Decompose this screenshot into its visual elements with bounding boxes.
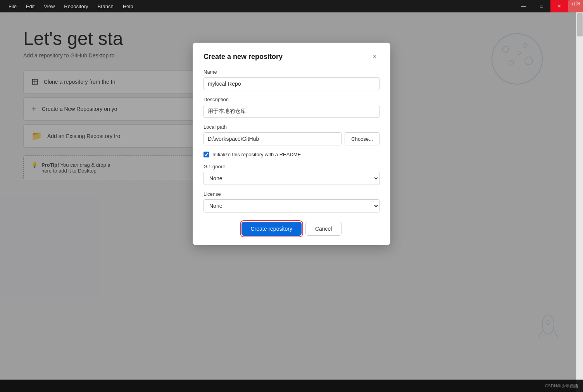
description-input[interactable] [204, 105, 379, 118]
cancel-button[interactable]: Cancel [305, 222, 342, 236]
name-label: Name [204, 69, 379, 75]
dialog-header: Create a new repository × [204, 52, 379, 61]
name-input[interactable] [204, 77, 379, 90]
menu-view[interactable]: View [40, 3, 59, 10]
local-path-label: Local path [204, 124, 379, 130]
create-repository-dialog: Create a new repository × Name Descripti… [193, 43, 390, 245]
dialog-footer: Create repository Cancel [204, 222, 379, 236]
menu-file[interactable]: File [5, 3, 21, 10]
menu-repository[interactable]: Repository [60, 3, 92, 10]
dialog-close-button[interactable]: × [370, 52, 379, 61]
local-path-input[interactable] [204, 132, 342, 145]
title-bar: File Edit View Repository Branch Help — … [0, 0, 583, 12]
readme-label: Initialize this repository with a README [212, 152, 301, 157]
license-select[interactable]: None [204, 199, 379, 212]
scrollbar[interactable] [576, 12, 583, 392]
license-label: License [204, 191, 379, 197]
local-path-field-group: Local path Choose... [204, 124, 379, 145]
extra-badge: 订阅 [568, 0, 583, 12]
description-label: Description [204, 97, 379, 102]
menu-help[interactable]: Help [119, 3, 137, 10]
gitignore-select[interactable]: None [204, 172, 379, 185]
gitignore-label: Git ignore [204, 164, 379, 169]
menu-bar: File Edit View Repository Branch Help [5, 3, 137, 10]
minimize-button[interactable]: — [515, 0, 533, 12]
name-field-group: Name [204, 69, 379, 90]
readme-checkbox-row: Initialize this repository with a README [204, 152, 379, 157]
close-button[interactable]: ✕ [550, 0, 568, 12]
menu-branch[interactable]: Branch [93, 3, 117, 10]
description-field-group: Description [204, 97, 379, 118]
menu-edit[interactable]: Edit [22, 3, 38, 10]
scrollbar-thumb[interactable] [577, 13, 583, 36]
readme-checkbox[interactable] [204, 152, 209, 157]
local-path-row: Choose... [204, 132, 379, 145]
dialog-title: Create a new repository [204, 53, 283, 61]
license-field-group: License None [204, 191, 379, 212]
choose-path-button[interactable]: Choose... [345, 132, 379, 145]
maximize-button[interactable]: □ [533, 0, 550, 12]
create-repository-button[interactable]: Create repository [241, 222, 302, 236]
gitignore-field-group: Git ignore None [204, 164, 379, 185]
window-controls: — □ ✕ 订阅 [515, 0, 583, 12]
